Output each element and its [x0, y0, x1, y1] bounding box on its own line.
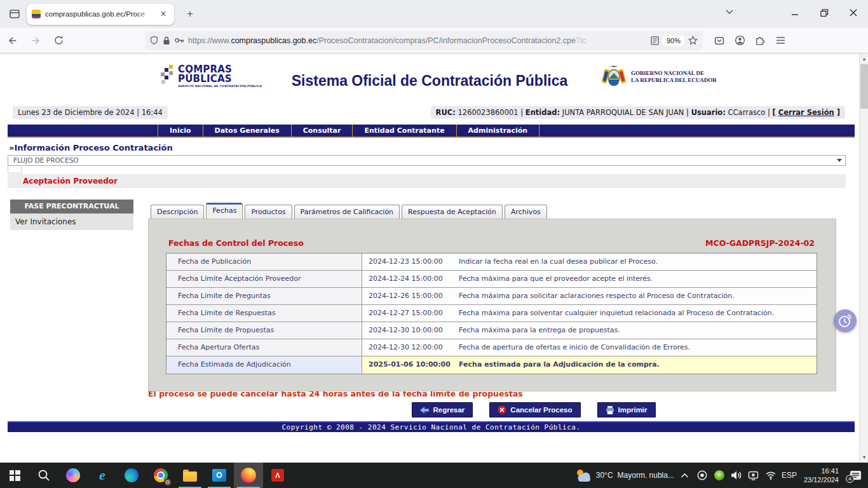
entidad-value: JUNTA PARROQUIAL DE SAN JUAN — [562, 108, 684, 117]
copilot-button[interactable] — [58, 463, 88, 488]
volume-icon[interactable] — [730, 471, 743, 480]
tab-list-chevron-icon[interactable] — [724, 6, 735, 17]
ruc-value: 1260023860001 — [458, 108, 519, 117]
gobierno-logo: GOBIERNO NACIONAL DE LA REPUBLICA DEL EC… — [600, 64, 717, 90]
bookmark-star-icon[interactable] — [688, 36, 698, 45]
imprimir-button[interactable]: Imprimir — [597, 402, 656, 417]
menu-item-inicio[interactable]: Inicio — [158, 125, 203, 137]
tab-close-icon[interactable]: ✕ — [158, 8, 169, 20]
page-title: Sistema Oficial de Contratación Pública — [0, 72, 859, 90]
lock-icon[interactable] — [163, 36, 170, 45]
reader-mode-icon[interactable] — [651, 36, 659, 45]
separator: | — [520, 108, 523, 117]
account-icon[interactable] — [729, 31, 750, 50]
main-menu: Inicio Datos Generales Consultar Entidad… — [8, 125, 855, 137]
tab-productos[interactable]: Productos — [245, 205, 292, 219]
acrobat-button[interactable]: Λ — [263, 463, 292, 488]
flujo-de-proceso-select[interactable]: FLUJO DE PROCESO — [8, 155, 846, 166]
chrome-button[interactable]: G — [146, 463, 175, 488]
tab-fechas[interactable]: Fechas — [206, 203, 243, 219]
site-favicon-icon — [32, 10, 41, 18]
key-icon[interactable] — [175, 37, 184, 43]
file-explorer-icon — [183, 471, 197, 482]
panel-title: Fechas de Control del Proceso — [168, 238, 304, 248]
entidad-label: Entidad: — [526, 108, 560, 117]
copilot-icon — [66, 468, 80, 482]
internet-explorer-button[interactable]: e — [88, 463, 117, 488]
time-tracker-floating-button[interactable] — [834, 309, 857, 332]
clock-date: 23/12/2024 — [804, 475, 839, 484]
browser-tab[interactable]: compraspublicas.gob.ec/Proce ✕ — [27, 4, 174, 25]
screen-cast-icon[interactable] — [747, 471, 760, 480]
clock-time: 16:41 — [804, 466, 839, 475]
taskbar-clock[interactable]: 16:41 23/12/2024 — [804, 466, 839, 485]
firefox-view-icon[interactable] — [5, 4, 24, 24]
shield-icon[interactable] — [150, 36, 158, 45]
back-arrow-icon — [420, 407, 429, 414]
record-icon[interactable] — [696, 470, 709, 480]
regresar-button[interactable]: Regresar — [412, 402, 473, 417]
process-code: MCO-GADPRSJP-2024-02 — [705, 238, 815, 248]
menu-item-administracion[interactable]: Administración — [457, 125, 540, 137]
weather-icon[interactable] — [575, 468, 592, 482]
weather-temp[interactable]: 30°C — [596, 471, 613, 480]
table-row: Fecha de Publicación 2024-12-23 15:00:00… — [166, 254, 817, 271]
page-scrollbar[interactable]: ▲ ▼ — [859, 55, 868, 462]
menu-item-entidad-contratante[interactable]: Entidad Contratante — [353, 125, 456, 137]
antivirus-icon[interactable] — [713, 470, 726, 480]
language-indicator[interactable]: ESP — [782, 471, 797, 480]
web-page: COMPRAS PÚBLICAS SERVICIO NACIONAL DE CO… — [0, 55, 859, 462]
tab-descripcion[interactable]: Descripción — [151, 205, 204, 219]
logout-link[interactable]: [ Cerrar Sesión ] — [772, 108, 840, 117]
notification-center-button[interactable]: 4 — [850, 470, 862, 481]
tab-title: compraspublicas.gob.ec/Proce — [45, 10, 158, 18]
window-minimize-button[interactable] — [780, 0, 810, 25]
firefox-icon — [241, 468, 256, 483]
new-tab-button[interactable]: + — [182, 8, 198, 20]
chrome-profile-badge: G — [164, 478, 172, 486]
fechas-panel: Fechas de Control del Proceso MCO-GADPRS… — [148, 219, 836, 391]
scrollbar-thumb[interactable] — [860, 64, 868, 109]
menu-item-datos-generales[interactable]: Datos Generales — [203, 125, 292, 137]
session-chip: RUC: 1260023860001 | Entidad: JUNTA PARR… — [431, 106, 845, 119]
tab-parametros[interactable]: Parámetros de Calificación — [294, 205, 400, 219]
table-row: Fecha Límite de Propuestas 2024-12-30 10… — [166, 322, 817, 339]
zoom-level-badge[interactable]: 90% — [663, 36, 684, 46]
back-icon[interactable] — [3, 31, 23, 50]
sidebar-item-ver-invitaciones[interactable]: Ver Invitaciones — [10, 214, 133, 230]
start-button[interactable] — [0, 463, 29, 488]
window-restore-button[interactable] — [810, 0, 839, 25]
forward-icon[interactable] — [25, 31, 46, 50]
url-bar[interactable]: https://www.compraspublicas.gob.ec/Proce… — [145, 31, 703, 50]
outlook-button[interactable]: O — [205, 463, 234, 488]
windows-logo-icon — [10, 470, 20, 481]
search-icon — [37, 469, 50, 482]
window-close-button[interactable] — [839, 0, 868, 25]
menu-hamburger-icon[interactable] — [770, 31, 790, 50]
tray-chevron-icon[interactable] — [679, 473, 691, 478]
browser-chrome: compraspublicas.gob.ec/Proce ✕ + — [0, 0, 868, 55]
weather-desc[interactable]: Mayorm. nubla... — [618, 471, 674, 480]
wifi-icon[interactable] — [764, 471, 777, 480]
table-row: Fecha Límite Aceptación Proveedor 2024-1… — [166, 271, 817, 288]
usuario-label: Usuario: — [691, 108, 726, 117]
gov-line2: LA REPUBLICA DEL ECUADOR — [631, 77, 717, 84]
table-row-highlighted: Fecha Estimada de Adjudicación 2025-01-0… — [166, 356, 817, 374]
edge-button[interactable] — [117, 463, 146, 488]
search-button[interactable] — [29, 463, 58, 488]
tab-archivos[interactable]: Archivos — [505, 205, 547, 219]
scroll-up-arrow[interactable]: ▲ — [860, 55, 868, 64]
scroll-down-arrow[interactable]: ▼ — [860, 453, 868, 462]
tab-respuesta[interactable]: Respuesta de Aceptación — [402, 205, 503, 219]
gov-line1: GOBIERNO NACIONAL DE — [631, 70, 717, 77]
file-explorer-button[interactable] — [175, 463, 205, 488]
cancelar-proceso-button[interactable]: Cancelar Proceso — [489, 402, 580, 417]
acrobat-icon: Λ — [271, 469, 284, 482]
reload-icon[interactable] — [48, 31, 69, 50]
windows-taskbar: e G O Λ 30°C Mayorm. nubla... ESP 16:4 — [0, 463, 868, 488]
extensions-puzzle-icon[interactable] — [750, 31, 770, 50]
pocket-icon[interactable] — [709, 31, 729, 50]
menu-item-consultar[interactable]: Consultar — [292, 125, 353, 137]
firefox-button[interactable] — [234, 463, 263, 488]
sidebar-phase-header: FASE PRECONTRACTUAL — [10, 200, 133, 214]
